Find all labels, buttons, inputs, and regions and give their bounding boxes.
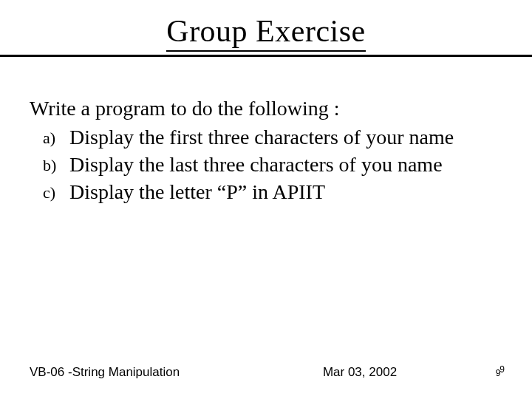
list-text: Display the letter “P” in APIIT xyxy=(69,179,502,205)
slide-footer: VB-06 -String Manipulation Mar 03, 2002 … xyxy=(0,365,532,380)
slide-title: Group Exercise xyxy=(166,13,365,52)
list-marker: c) xyxy=(30,179,69,205)
page-number-sup: 9 xyxy=(499,364,505,375)
footer-date: Mar 03, 2002 xyxy=(250,365,470,380)
list-text: Display the last three characters of you… xyxy=(69,151,502,177)
footer-left: VB-06 -String Manipulation xyxy=(30,365,250,380)
footer-page: 99 xyxy=(470,365,505,380)
list-item: a) Display the first three characters of… xyxy=(30,124,502,150)
list-item: b) Display the last three characters of … xyxy=(30,151,502,177)
list-marker: b) xyxy=(30,151,69,177)
list-text: Display the first three characters of yo… xyxy=(69,124,502,150)
list-marker: a) xyxy=(30,124,69,150)
list-item: c) Display the letter “P” in APIIT xyxy=(30,179,502,205)
intro-text: Write a program to do the following : xyxy=(30,95,502,121)
slide-body: Write a program to do the following : a)… xyxy=(0,57,532,205)
